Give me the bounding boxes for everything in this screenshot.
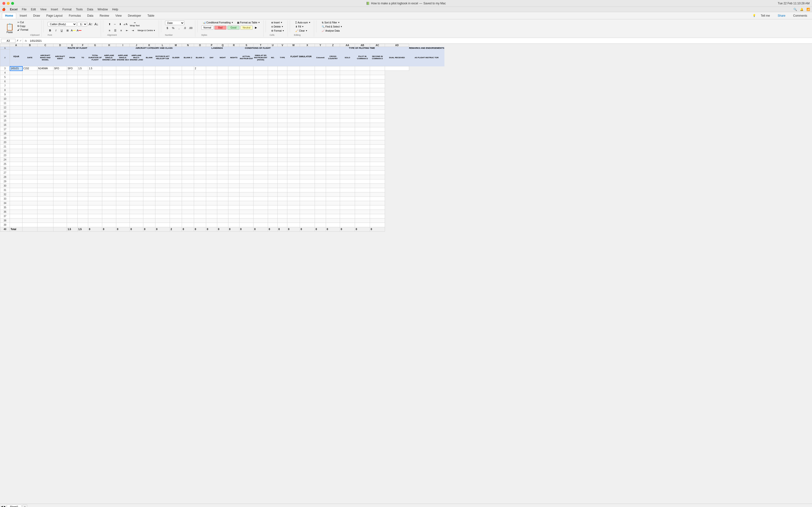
cell-r38-c8[interactable] [102, 219, 116, 223]
cell-r7-c7[interactable] [88, 84, 102, 88]
cell-r11-c24[interactable] [300, 101, 315, 106]
cell-r34-c22[interactable] [278, 201, 287, 206]
cell-r29-c6[interactable] [78, 179, 88, 184]
cell-r10-c3[interactable] [38, 97, 53, 101]
cell-r25-c8[interactable] [102, 162, 116, 166]
analyse-data-button[interactable]: 📈 Analyse Data [320, 29, 344, 33]
row-4-header[interactable]: 4 [0, 71, 10, 75]
cell-as-flight-instructor-header[interactable]: AS FLIGHT INSTRUC TOR [409, 50, 445, 66]
align-center-btn[interactable]: ☰ [113, 28, 118, 33]
format-painter-button[interactable]: 🖌 Format [16, 28, 29, 32]
cell-r31-c3[interactable] [38, 188, 53, 192]
cell-r39-c24[interactable] [300, 223, 315, 227]
cell-r21-c11[interactable] [143, 145, 155, 149]
cell-r18-c12[interactable] [155, 131, 170, 136]
cell-r34-c29[interactable] [370, 201, 385, 206]
cell-r34-c28[interactable] [355, 201, 370, 206]
cell-r11-c11[interactable] [143, 101, 155, 106]
cell-r23-c22[interactable] [278, 153, 287, 158]
row-33-header[interactable]: 33 [0, 197, 10, 201]
cell-r20-c9[interactable] [116, 140, 130, 145]
total-c3[interactable] [38, 227, 53, 231]
cell-r12-c17[interactable] [217, 106, 229, 110]
cell-route-header[interactable]: ROUTE OF FLIGHT [67, 47, 88, 50]
cell-r24-c8[interactable] [102, 158, 116, 162]
cell-r39-c15[interactable] [194, 223, 206, 227]
spreadsheet-area[interactable]: A B C D E F G H I J K L M N O P Q [0, 44, 812, 504]
cell-r15-c27[interactable] [340, 119, 355, 123]
cell-r6-c17[interactable] [217, 79, 229, 84]
cell-r9-c24[interactable] [300, 93, 315, 97]
col-J[interactable]: J [130, 44, 143, 47]
cell-r8-c4[interactable] [53, 88, 67, 93]
cell-r35-c18[interactable] [229, 206, 240, 210]
cell-r16-c24[interactable] [300, 123, 315, 127]
cell-r8-c14[interactable] [182, 88, 194, 93]
col-L[interactable]: L [155, 44, 170, 47]
cell-r35-c29[interactable] [370, 206, 385, 210]
cell-r39-c19[interactable] [240, 223, 254, 227]
menu-view[interactable]: View [38, 7, 48, 12]
cell-r29-c26[interactable] [326, 179, 340, 184]
cell-r4-c12[interactable] [155, 71, 170, 75]
cell-r25-c18[interactable] [229, 162, 240, 166]
cell-r23-c1[interactable] [10, 153, 22, 158]
cell-r10-c19[interactable] [240, 97, 254, 101]
cell-r17-c20[interactable] [254, 127, 268, 131]
align-top-btn[interactable]: ⬆ [107, 22, 112, 26]
row-18-header[interactable]: 18 [0, 131, 10, 136]
cell-r30-c28[interactable] [355, 184, 370, 188]
cell-r10-c14[interactable] [182, 97, 194, 101]
clear-button[interactable]: 🧹 Clear ▼ [294, 29, 312, 33]
cell-r27-c15[interactable] [194, 171, 206, 175]
cell-actual-instrum-header[interactable]: ACTUAL INSTRUM ENT [240, 50, 254, 66]
cell-r5-c3[interactable] [38, 75, 53, 79]
formula-confirm-icon[interactable]: ✓ [19, 39, 22, 42]
cell-r8-c6[interactable] [78, 88, 88, 93]
cell-r23-c3[interactable] [38, 153, 53, 158]
cell-r7-c22[interactable] [278, 84, 287, 88]
cell-r6-c26[interactable] [326, 79, 340, 84]
cell-r37-c1[interactable] [10, 214, 22, 219]
cell-r27-c5[interactable] [67, 171, 78, 175]
cell-r26-c3[interactable] [38, 166, 53, 171]
cell-r32-c3[interactable] [38, 192, 53, 197]
row-35-header[interactable]: 35 [0, 206, 10, 210]
cell-r28-c8[interactable] [102, 175, 116, 179]
cell-r19-c27[interactable] [340, 136, 355, 140]
cell-r4-c5[interactable] [67, 71, 78, 75]
cell-r12-c11[interactable] [143, 106, 155, 110]
total-val-6[interactable]: 0 [143, 227, 155, 231]
cell-r5-c6[interactable] [78, 75, 88, 79]
cell-r9-c5[interactable] [67, 93, 78, 97]
cell-r12-c10[interactable] [130, 106, 143, 110]
cell-r37-c26[interactable] [326, 214, 340, 219]
row-24-header[interactable]: 24 [0, 158, 10, 162]
cell-r37-c27[interactable] [340, 214, 355, 219]
tab-data[interactable]: Data [84, 13, 96, 18]
cell-r4-c7[interactable] [88, 71, 102, 75]
row-23-header[interactable]: 23 [0, 153, 10, 158]
cell-r5-c23[interactable] [287, 75, 300, 79]
cell-r38-c11[interactable] [143, 219, 155, 223]
cell-r6-c6[interactable] [78, 79, 88, 84]
cell-r20-c17[interactable] [217, 140, 229, 145]
cell-r35-c1[interactable] [10, 206, 22, 210]
cell-r11-c10[interactable] [130, 101, 143, 106]
total-val-19[interactable]: 0 [300, 227, 315, 231]
cell-r26-c23[interactable] [287, 166, 300, 171]
row-38-header[interactable]: 38 [0, 219, 10, 223]
cell-r22-c17[interactable] [217, 149, 229, 153]
menu-window[interactable]: Window [96, 7, 110, 12]
cell-r38-c20[interactable] [254, 219, 268, 223]
cell-r21-c7[interactable] [88, 145, 102, 149]
cell-r10-c11[interactable] [143, 97, 155, 101]
cell-AB3[interactable] [355, 66, 370, 71]
cell-r16-c11[interactable] [143, 123, 155, 127]
cell-r31-c23[interactable] [287, 188, 300, 192]
cell-r34-c2[interactable] [22, 201, 38, 206]
cell-r23-c18[interactable] [229, 153, 240, 158]
row-40-header[interactable]: 40 [0, 227, 10, 231]
cell-r22-c24[interactable] [300, 149, 315, 153]
cell-r23-c25[interactable] [315, 153, 326, 158]
